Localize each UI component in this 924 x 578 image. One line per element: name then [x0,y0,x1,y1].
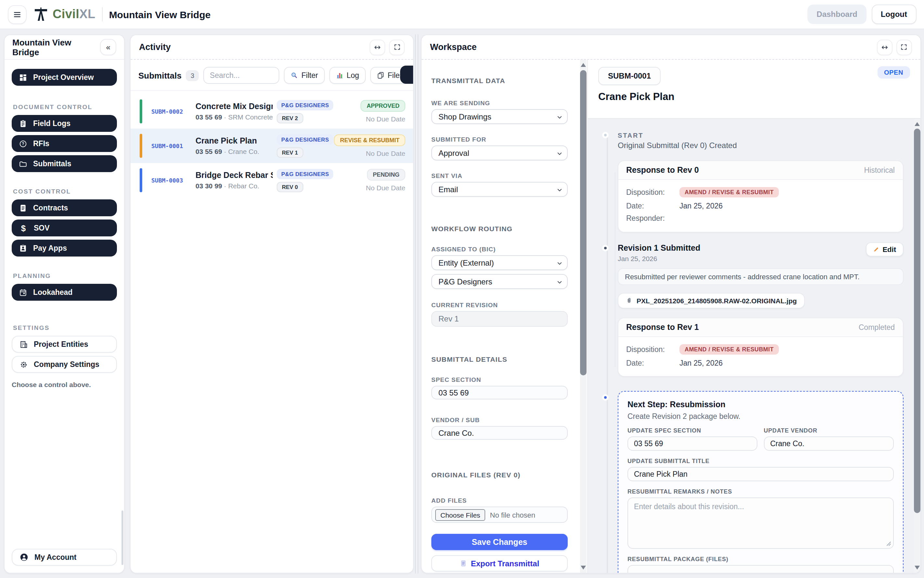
due-date: No Due Date [366,115,405,123]
sidebar-item-contracts[interactable]: Contracts [12,200,117,216]
document-icon [19,204,27,212]
due-date: No Due Date [366,149,405,157]
fullscreen-button[interactable] [896,39,912,55]
current-revision-field: Rev 1 [431,311,568,327]
sent-via-select[interactable]: Email [431,182,568,197]
revision-badge: REV 1 [277,147,303,157]
sidebar-item-company-settings[interactable]: Company Settings [12,356,117,373]
sidebar-item-submittals[interactable]: Submittals [12,155,117,172]
timeline-region: START Original Submittal (Rev 0) Created… [588,118,920,573]
panel-resizer[interactable] [415,34,418,573]
remarks-textarea[interactable]: Enter details about this revision... [627,497,893,549]
scroll-down-icon[interactable] [914,564,920,572]
we-are-sending-select[interactable]: Shop Drawings [431,109,568,124]
my-account-button[interactable]: My Account [12,549,117,566]
remarks-label: RESUBMITTAL REMARKS / NOTES [627,489,893,495]
assigned-to-select[interactable]: Entity (External) [431,255,568,270]
package-files-input[interactable] [627,565,893,573]
sidebar-item-sov[interactable]: $ SOV [12,219,117,236]
submittal-id: SUBM-0002 [151,108,192,115]
scroll-down-icon[interactable] [580,564,586,572]
submittal-meta: 03 30 99 · Rebar Co. [195,182,273,190]
sidebar-scrollbar[interactable] [122,510,123,565]
submittal-row[interactable]: SUBM-0002 Concrete Mix Design - ... 03 5… [131,94,413,128]
attachment-chip[interactable]: PXL_20251206_214805908.RAW-02.ORIGINAL.j… [618,293,804,308]
fullscreen-button[interactable] [389,39,405,55]
form-scrollbar[interactable] [580,60,586,573]
activity-panel: Activity Submittals 3 [130,34,414,573]
we-are-sending-label: WE ARE SENDING [431,99,568,107]
submitted-for-label: SUBMITTED FOR [431,136,568,143]
bar-chart-icon [336,71,343,79]
vendor-sub-field[interactable]: Crane Co. [431,426,568,440]
submittal-row-selected[interactable]: SUBM-0001 Crane Pick Plan 03 55 69 · Cra… [131,128,413,163]
building-icon [19,340,28,348]
submittal-id-box: SUBM-0001 [598,67,661,85]
timeline-dot-next [602,394,609,401]
transmittal-data-heading: TRANSMITTAL DATA [431,76,568,84]
search-input[interactable] [203,67,279,84]
chevron-down-icon [557,260,562,266]
response-rev0-card: Response to Rev 0 Historical Disposition… [618,161,903,232]
save-changes-button[interactable]: Save Changes [431,534,568,550]
activity-toolbar: Submittals 3 Filter Log Files [131,60,413,91]
resize-handle-icon[interactable] [885,540,891,546]
update-vendor-field[interactable]: Crane Co. [764,437,894,451]
sidebar-item-lookahead[interactable]: Lookahead [12,284,117,301]
next-step-description: Create Revision 2 package below. [627,412,893,420]
workspace-title: Workspace [430,42,477,52]
sidebar-item-project-entities[interactable]: Project Entities [12,336,117,352]
next-step-title: Next Step: Resubmission [627,400,893,409]
workflow-routing-heading: WORKFLOW ROUTING [431,225,568,232]
sidebar-item-rfis[interactable]: ? RFIs [12,135,117,152]
logout-button[interactable]: Logout [872,5,916,24]
dashboard-button[interactable]: Dashboard [807,5,866,24]
update-title-field[interactable]: Crane Pick Plan [627,467,893,481]
response-rev1-card: Response to Rev 1 Completed Disposition:… [618,318,903,377]
update-spec-field[interactable]: 03 55 69 [627,437,757,451]
spec-section-field[interactable]: 03 55 69 [431,386,568,399]
detail-scrollbar[interactable] [914,119,920,573]
choose-files-button[interactable]: Choose Files [435,509,486,521]
sidebar: Mountain View Bridge « Project Overview … [4,34,125,573]
scrollbar-thumb[interactable] [914,128,920,513]
spec-section-label: SPEC SECTION [431,376,568,383]
log-button[interactable]: Log [329,67,365,84]
sidebar-collapse-button[interactable]: « [100,39,116,55]
revision-badge: REV 0 [277,182,303,192]
project-title: Mountain View Bridge [109,9,211,20]
grid-icon [19,73,27,81]
card-title: Response to Rev 0 [626,166,699,175]
sidebar-item-field-logs[interactable]: Field Logs [12,115,117,132]
scroll-up-icon[interactable] [580,61,586,69]
entity-badge: P&G DESIGNERS [277,134,333,144]
sidebar-item-project-overview[interactable]: Project Overview [12,69,117,86]
sidebar-item-pay-apps[interactable]: Pay Apps [12,240,117,257]
submitted-for-select[interactable]: Approval [431,146,568,161]
entity-select[interactable]: P&G Designers [431,274,568,289]
filter-button[interactable]: Filter [284,67,325,84]
hamburger-icon [13,10,21,18]
sidebar-title: Mountain View Bridge [12,37,100,57]
resize-horizontal-button[interactable] [877,39,892,55]
card-tag: Historical [864,166,895,174]
edit-button[interactable]: Edit [866,242,903,257]
submittal-meta: 03 55 69 · SRM Concrete [195,113,273,121]
submittal-id: SUBM-0001 [151,143,192,149]
scroll-up-icon[interactable] [914,120,920,128]
submittal-row[interactable]: SUBM-0003 Bridge Deck Rebar Sho... 03 30… [131,163,413,197]
status-badge: PENDING [367,169,405,180]
add-files-input[interactable]: Choose Files No file chosen [431,507,568,523]
resize-horizontal-button[interactable] [370,39,385,55]
section-label-cost-control: COST CONTROL [13,188,115,195]
clipped-action-button[interactable] [400,66,414,84]
scrollbar-thumb[interactable] [580,70,586,375]
search-icon [291,71,298,79]
timeline-dot-revision1 [602,245,609,251]
update-vendor-label: UPDATE VENDOR [764,427,894,434]
brand-logo: CivilXL [33,6,96,22]
id-badge-icon [19,244,27,252]
app-root: CivilXL Mountain View Bridge Dashboard L… [0,0,924,578]
menu-button[interactable] [8,5,27,24]
export-transmittal-button[interactable]: Export Transmittal [431,555,568,572]
